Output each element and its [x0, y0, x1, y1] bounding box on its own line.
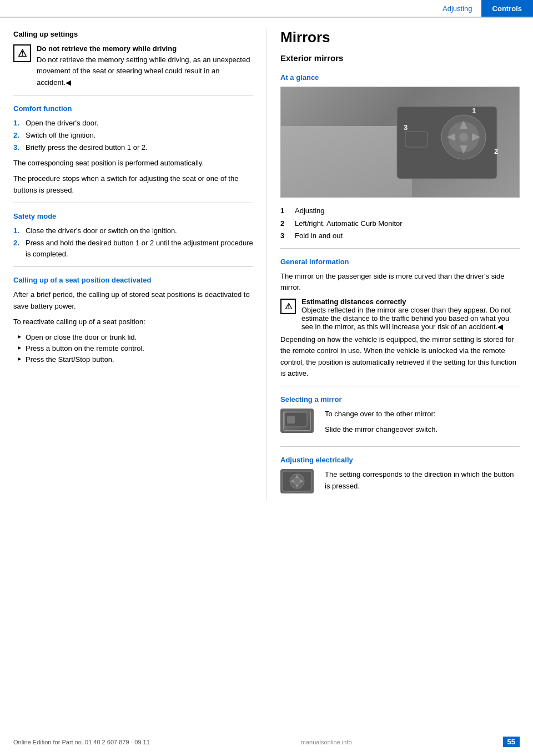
calling-up-seat-bullets: Open or close the door or trunk lid. Pre…	[13, 332, 253, 365]
mirror-adjust-svg	[281, 470, 313, 492]
selecting-mirror-heading: Selecting a mirror	[280, 394, 520, 405]
calling-up-settings-section: Calling up settings ⚠ Do not retrieve th…	[13, 29, 253, 88]
selecting-mirror-content: To change over to the other mirror: Slid…	[280, 409, 520, 440]
mirror-caption-list: 1 Adjusting 2 Left/right, Automatic Curb…	[280, 205, 520, 241]
header-adjusting-label: Adjusting	[434, 4, 481, 13]
general-info-para1: The mirror on the passenger side is more…	[280, 271, 520, 293]
general-info-heading: General information	[280, 256, 520, 268]
svg-text:1: 1	[472, 107, 476, 115]
estimating-warning-text: Estimating distances correctly Objects r…	[301, 298, 520, 331]
mirror-adjust-icon	[280, 469, 314, 493]
bullet-1: Open or close the door or trunk lid.	[19, 332, 253, 343]
calling-up-seat-section: Calling up of a seat position deactivate…	[13, 275, 253, 365]
safety-step-2: 2. Press and hold the desired button 1 o…	[13, 238, 253, 260]
comfort-step-2: 2. Switch off the ignition.	[13, 130, 253, 141]
caption-item-1: 1 Adjusting	[280, 205, 520, 216]
comfort-step-1: 1. Open the driver's door.	[13, 118, 253, 129]
adjusting-electrically-heading: Adjusting electrically	[280, 455, 520, 466]
exterior-mirrors-heading: Exterior mirrors	[280, 52, 520, 64]
mirror-diagram-image: 2 1 3	[280, 87, 520, 198]
caption-item-2: 2 Left/right, Automatic Curb Monitor	[280, 218, 520, 229]
calling-up-warning-text: Do not retrieve the memory while driving…	[37, 43, 253, 88]
divider-2	[13, 203, 253, 203]
right-divider-3	[280, 446, 520, 447]
safety-step-1: 1. Close the driver's door or switch on …	[13, 225, 253, 236]
footer: Online Edition for Part no. 01 40 2 607 …	[0, 737, 533, 747]
svg-rect-8	[405, 132, 428, 147]
svg-text:3: 3	[404, 123, 408, 132]
adjusting-electrically-content: The setting corresponds to the direction…	[280, 469, 520, 496]
comfort-para2: The procedure stops when a switch for ad…	[13, 173, 253, 195]
right-column: Mirrors Exterior mirrors At a glance	[266, 29, 533, 501]
page-number: 55	[503, 737, 520, 747]
bullet-3: Press the Start/Stop button.	[19, 354, 253, 365]
safety-mode-section: Safety mode 1. Close the driver's door o…	[13, 211, 253, 260]
left-column: Calling up settings ⚠ Do not retrieve th…	[0, 29, 266, 501]
adjusting-electrically-text: The setting corresponds to the direction…	[325, 469, 520, 496]
calling-up-settings-heading: Calling up settings	[13, 29, 253, 40]
warning-icon-settings: ⚠	[13, 44, 31, 62]
header-controls-label: Controls	[481, 0, 533, 17]
calling-up-seat-para2: To reactivate calling up of a seat posit…	[13, 316, 253, 327]
right-divider-1	[280, 248, 520, 249]
mirror-switch-icon	[280, 409, 314, 433]
at-a-glance-heading: At a glance	[280, 72, 520, 83]
selecting-mirror-section: Selecting a mirror To change over to the…	[280, 394, 520, 440]
general-information-section: General information The mirror on the pa…	[280, 256, 520, 379]
comfort-step-3: 3. Briefly press the desired button 1 or…	[13, 142, 253, 153]
general-info-para2: Depending on how the vehicle is equipped…	[280, 334, 520, 379]
svg-text:2: 2	[494, 147, 498, 155]
bullet-2: Press a button on the remote control.	[19, 343, 253, 354]
svg-point-16	[293, 477, 301, 486]
footer-watermark: manualsonline.info	[301, 739, 352, 745]
comfort-function-steps: 1. Open the driver's door. 2. Switch off…	[13, 118, 253, 153]
page-title: Mirrors	[280, 29, 520, 46]
mirror-switch-inner	[283, 411, 311, 431]
mirror-switch-svg	[284, 411, 308, 428]
divider-1	[13, 95, 253, 95]
adjusting-electrically-section: Adjusting electrically The setting corre…	[280, 455, 520, 496]
calling-up-seat-heading: Calling up of a seat position deactivate…	[13, 275, 253, 286]
right-divider-2	[280, 386, 520, 386]
svg-point-7	[459, 133, 468, 142]
warning-icon-distances: ⚠	[280, 299, 296, 314]
svg-rect-13	[287, 416, 295, 424]
mirror-control-svg: 2 1 3	[391, 101, 502, 184]
calling-up-seat-para1: After a brief period, the calling up of …	[13, 289, 253, 311]
selecting-mirror-text: To change over to the other mirror: Slid…	[325, 409, 438, 440]
footer-edition-text: Online Edition for Part no. 01 40 2 607 …	[13, 739, 150, 745]
comfort-para1: The corresponding seat position is perfo…	[13, 158, 253, 169]
comfort-function-heading: Comfort function	[13, 103, 253, 114]
safety-mode-heading: Safety mode	[13, 211, 253, 222]
caption-item-3: 3 Fold in and out	[280, 230, 520, 241]
estimating-distances-warning: ⚠ Estimating distances correctly Objects…	[280, 298, 520, 331]
divider-3	[13, 266, 253, 267]
header-bar: Adjusting Controls	[0, 0, 533, 18]
mirror-image-bg: 2 1 3	[281, 87, 519, 197]
content-wrapper: Calling up settings ⚠ Do not retrieve th…	[0, 18, 533, 501]
comfort-function-section: Comfort function 1. Open the driver's do…	[13, 103, 253, 196]
calling-up-settings-warning: ⚠ Do not retrieve the memory while drivi…	[13, 43, 253, 88]
safety-mode-steps: 1. Close the driver's door or switch on …	[13, 225, 253, 260]
